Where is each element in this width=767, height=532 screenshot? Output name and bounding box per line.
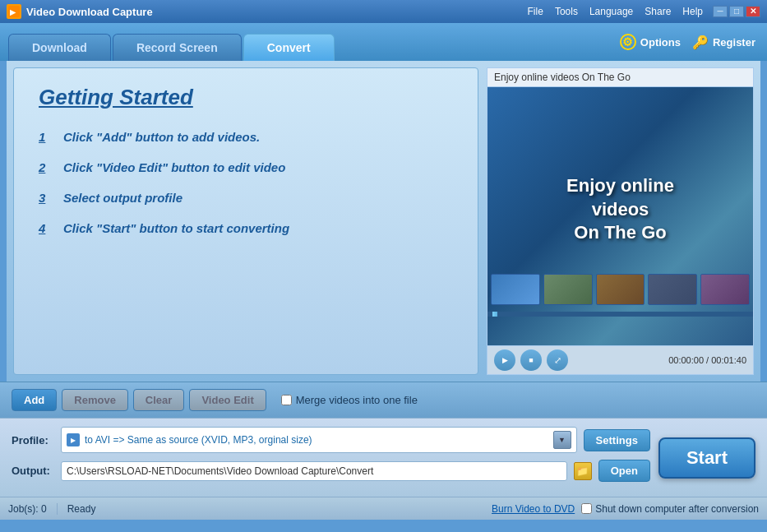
- tab-bar: Download Record Screen Convert Options 🔑…: [0, 23, 767, 61]
- thumb-1: [491, 274, 540, 305]
- status-right: Burn Video to DVD Shut down computer aft…: [492, 503, 759, 515]
- register-button[interactable]: 🔑 Register: [692, 35, 755, 50]
- step-4: 4 Click "Start" button to start converti…: [39, 221, 453, 235]
- register-label: Register: [713, 36, 755, 49]
- menu-tools[interactable]: Tools: [555, 6, 578, 17]
- step-1-num: 1: [39, 130, 52, 144]
- profile-output-right: Start: [658, 427, 755, 488]
- thumb-2: [543, 274, 593, 305]
- step-3-text: Select output profile: [63, 191, 183, 205]
- settings-button[interactable]: Settings: [584, 429, 650, 451]
- main-content: Getting Started 1 Click "Add" button to …: [7, 61, 760, 382]
- output-path-text: C:\Users\RSLOAD-NET\Documents\Video Down…: [67, 465, 373, 477]
- start-button[interactable]: Start: [658, 437, 755, 479]
- step-1: 1 Click "Add" button to add videos.: [39, 130, 453, 144]
- play-button[interactable]: [494, 349, 515, 371]
- right-panel: Enjoy online videos On The Go Enjoy onli…: [487, 67, 754, 375]
- time-display: 00:00:00 / 00:01:40: [668, 355, 746, 365]
- thumb-4: [648, 274, 697, 305]
- close-button[interactable]: ✕: [746, 6, 760, 17]
- status-divider: [57, 503, 58, 515]
- tab-convert[interactable]: Convert: [243, 34, 335, 61]
- dropdown-arrow-icon[interactable]: ▼: [553, 431, 571, 449]
- maximize-button[interactable]: □: [729, 6, 744, 17]
- burn-video-link[interactable]: Burn Video to DVD: [492, 503, 575, 515]
- options-button[interactable]: Options: [620, 34, 681, 50]
- video-edit-button[interactable]: Video Edit: [189, 389, 266, 411]
- menu-help[interactable]: Help: [682, 6, 703, 17]
- step-2-text: Click "Video Edit" button to edit video: [63, 160, 285, 174]
- getting-started-title: Getting Started: [39, 85, 453, 110]
- window-controls[interactable]: ─ □ ✕: [713, 6, 760, 17]
- tab-record-screen[interactable]: Record Screen: [113, 34, 242, 61]
- video-controls: 00:00:00 / 00:01:40: [487, 346, 754, 375]
- stop-button[interactable]: [520, 349, 542, 371]
- title-bar: ▶ Video Download Capture File Tools Lang…: [0, 0, 767, 23]
- profile-icon: ▶: [67, 433, 80, 446]
- shutdown-label: Shut down computer after conversion: [595, 503, 759, 515]
- menu-language[interactable]: Language: [589, 6, 633, 17]
- video-title: Enjoy online videos On The Go: [487, 67, 754, 86]
- step-4-text: Click "Start" button to start converting: [63, 221, 289, 235]
- output-row: Output: C:\Users\RSLOAD-NET\Documents\Vi…: [12, 460, 650, 482]
- topbar-right: Options 🔑 Register: [620, 34, 755, 50]
- settings-section: Profile: ▶ to AVI => Same as source (XVI…: [0, 418, 767, 497]
- tab-download[interactable]: Download: [8, 34, 111, 61]
- app-icon: ▶: [7, 4, 21, 19]
- action-bar: Add Remove Clear Video Edit Merge videos…: [0, 382, 767, 418]
- open-button[interactable]: Open: [598, 460, 650, 482]
- options-label: Options: [640, 36, 681, 49]
- step-3-num: 3: [39, 191, 52, 205]
- progress-bar-fill: [492, 312, 497, 317]
- minimize-button[interactable]: ─: [713, 6, 728, 17]
- menu-bar: File Tools Language Share Help: [528, 6, 703, 17]
- video-overlay-line1: Enjoy online videos: [554, 174, 687, 221]
- menu-share[interactable]: Share: [645, 6, 671, 17]
- expand-button[interactable]: [547, 349, 568, 371]
- merge-checkbox-input[interactable]: [281, 395, 292, 405]
- menu-file[interactable]: File: [528, 6, 543, 17]
- step-1-text: Click "Add" button to add videos.: [63, 130, 260, 144]
- tabs: Download Record Screen Convert: [8, 34, 336, 61]
- profile-output-left: Profile: ▶ to AVI => Same as source (XVI…: [12, 427, 650, 488]
- svg-text:▶: ▶: [10, 8, 16, 16]
- app-title: Video Download Capture: [26, 6, 528, 18]
- folder-icon[interactable]: 📁: [574, 462, 592, 480]
- key-icon: 🔑: [692, 35, 709, 50]
- clear-button[interactable]: Clear: [133, 389, 185, 411]
- thumb-3: [596, 274, 645, 305]
- status-bar: Job(s): 0 Ready Burn Video to DVD Shut d…: [0, 497, 767, 520]
- profile-output-container: Profile: ▶ to AVI => Same as source (XVI…: [12, 427, 755, 488]
- step-2: 2 Click "Video Edit" button to edit vide…: [39, 160, 453, 174]
- gear-icon: [620, 34, 636, 50]
- step-2-num: 2: [39, 160, 52, 174]
- step-3: 3 Select output profile: [39, 191, 453, 205]
- video-overlay: Enjoy online videos On The Go: [554, 174, 687, 245]
- thumb-5: [700, 274, 750, 305]
- remove-button[interactable]: Remove: [62, 389, 128, 411]
- video-overlay-line2: On The Go: [554, 221, 687, 245]
- shutdown-checkbox-label[interactable]: Shut down computer after conversion: [581, 503, 759, 515]
- shutdown-checkbox-input[interactable]: [581, 503, 592, 514]
- output-path: C:\Users\RSLOAD-NET\Documents\Video Down…: [61, 461, 567, 481]
- profile-text: to AVI => Same as source (XVID, MP3, org…: [85, 434, 548, 446]
- video-thumbnails: [487, 271, 753, 308]
- video-container: Enjoy online videos On The Go: [487, 86, 754, 346]
- status-ready: Ready: [67, 503, 96, 515]
- left-panel: Getting Started 1 Click "Add" button to …: [13, 67, 478, 375]
- add-button[interactable]: Add: [12, 389, 57, 411]
- output-label: Output:: [12, 465, 54, 477]
- profile-row: Profile: ▶ to AVI => Same as source (XVI…: [12, 427, 650, 453]
- merge-label: Merge videos into one file: [296, 394, 418, 406]
- profile-select[interactable]: ▶ to AVI => Same as source (XVID, MP3, o…: [61, 427, 577, 453]
- step-4-num: 4: [39, 221, 52, 235]
- merge-checkbox-label[interactable]: Merge videos into one file: [281, 394, 418, 406]
- profile-label: Profile:: [12, 434, 54, 446]
- jobs-count: Job(s): 0: [8, 503, 47, 515]
- progress-bar-container[interactable]: [487, 312, 753, 317]
